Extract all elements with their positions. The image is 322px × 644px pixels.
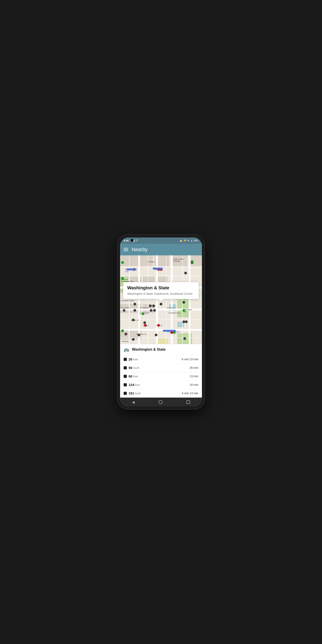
route-row[interactable]: 151 North 4 min 13 min [120, 389, 202, 398]
popup-subtitle: Washington & State, Eastbound, Southeast… [127, 292, 195, 296]
map-area[interactable]: Pedway Virgin HotelsChicago Clark/Lake S… [120, 255, 202, 344]
route-direction: South [133, 366, 140, 369]
hamburger-line-1 [124, 248, 128, 248]
transit-marker-green[interactable] [121, 330, 124, 332]
nav-bar: ◀ [120, 398, 202, 406]
road-main [138, 255, 140, 344]
route-direction: North [135, 392, 141, 395]
route-number: 56 [128, 366, 132, 370]
map-block [143, 276, 154, 282]
route-list: 20 East 6 min 23 min 56 South 26 min 60 … [120, 355, 202, 398]
app-bar: Nearby [120, 244, 202, 255]
hamburger-line-3 [124, 251, 128, 251]
map-block [171, 255, 187, 266]
route-row[interactable]: 20 East 6 min 23 min [120, 355, 202, 364]
bus-icon: 🚌 [124, 347, 129, 352]
map-background: Pedway Virgin HotelsChicago Clark/Lake S… [120, 255, 202, 344]
route-color-swatch [124, 375, 127, 378]
map-block [140, 255, 153, 266]
phone-screen: 8:46 ♪ ⬜ Ⓟ ⏰ 🔑 ▼ ▲ 65% Near [120, 238, 202, 406]
road-main [189, 255, 190, 344]
transit-marker[interactable] [160, 303, 162, 306]
transit-marker[interactable] [138, 334, 140, 336]
app-title: Nearby [132, 247, 148, 252]
route-times: 6 min 23 min [182, 358, 198, 361]
transit-marker[interactable] [152, 304, 155, 307]
transit-marker-green[interactable] [191, 260, 194, 263]
transit-marker[interactable] [155, 334, 158, 336]
route-number: 60 [128, 374, 132, 378]
transit-marker[interactable] [132, 319, 134, 321]
parking-icon: Ⓟ [136, 239, 138, 242]
road [148, 255, 148, 344]
back-button[interactable]: ◀ [132, 400, 134, 404]
transit-marker-red[interactable] [144, 324, 147, 327]
route-color-swatch [124, 358, 127, 361]
status-right: ⏰ 🔑 ▼ ▲ 65% [180, 240, 198, 242]
transit-marker[interactable] [143, 321, 146, 324]
route-times: 26 min [190, 366, 198, 370]
transit-station-badge[interactable]: State/Lake [153, 268, 162, 270]
route-color-swatch [124, 392, 127, 395]
map-label-rookery: Rookery [122, 340, 128, 342]
status-time: 8:46 [124, 239, 128, 242]
transit-marker[interactable] [134, 303, 136, 306]
map-popup[interactable]: Washington & State Washington & State, E… [123, 282, 199, 299]
transit-marker[interactable] [184, 272, 187, 274]
recent-button[interactable] [186, 400, 190, 404]
transit-marker[interactable] [149, 304, 152, 307]
key-icon: 🔑 [183, 240, 186, 242]
transit-marker-green[interactable] [121, 277, 124, 280]
transit-marker[interactable] [185, 320, 188, 323]
transit-marker[interactable] [153, 309, 156, 312]
transit-marker[interactable] [124, 333, 127, 336]
transit-marker[interactable] [150, 309, 152, 312]
alarm-icon: ⏰ [180, 240, 182, 242]
camera [130, 239, 134, 242]
wifi-icon: ▼ [187, 240, 190, 242]
transit-marker[interactable] [182, 301, 185, 304]
transit-marker[interactable] [183, 337, 186, 340]
route-direction: East [133, 358, 138, 361]
route-row[interactable]: 60 East 13 min [120, 372, 202, 380]
transit-station-badge[interactable]: Adams/Wabash [163, 330, 176, 332]
route-number-124: 124 [128, 383, 134, 386]
road [182, 255, 183, 344]
route-times-124: 16 min [190, 383, 198, 386]
transit-station-badge[interactable]: Clark/Lake [127, 268, 136, 270]
route-direction: East [133, 375, 138, 378]
home-button[interactable] [158, 400, 162, 404]
hamburger-line-2 [124, 249, 128, 250]
transit-marker[interactable] [123, 309, 126, 312]
bottom-panel: 🚌 Washington & State 20 East 6 min 23 mi… [120, 344, 202, 398]
route-row[interactable]: 56 South 26 min [120, 364, 202, 372]
menu-button[interactable] [124, 248, 128, 251]
transit-marker[interactable] [132, 338, 134, 341]
popup-arrow [159, 299, 163, 301]
route-row-124[interactable]: 124 East 16 min [120, 380, 202, 389]
route-number: 20 [128, 357, 132, 361]
route-times: 13 min [190, 374, 198, 378]
transit-marker[interactable] [134, 309, 136, 312]
transit-marker-green[interactable] [121, 261, 124, 264]
battery-text: 65% [194, 240, 198, 242]
transit-marker-green[interactable] [182, 309, 185, 312]
route-direction-124: East [135, 384, 140, 386]
panel-stop-name: Washington & State [132, 348, 166, 352]
popup-title: Washington & State [127, 285, 195, 290]
panel-header: 🚌 Washington & State [120, 344, 202, 355]
route-number: 151 [128, 391, 134, 395]
signal-icon: ▲ [190, 240, 193, 242]
phone-device: 8:46 ♪ ⬜ Ⓟ ⏰ 🔑 ▼ ▲ 65% Near [118, 235, 204, 409]
transit-marker-green[interactable] [142, 312, 144, 315]
route-times: 4 min 13 min [182, 392, 198, 395]
transit-marker[interactable] [157, 324, 160, 327]
route-color-swatch [124, 366, 127, 370]
route-color-swatch [124, 383, 127, 386]
